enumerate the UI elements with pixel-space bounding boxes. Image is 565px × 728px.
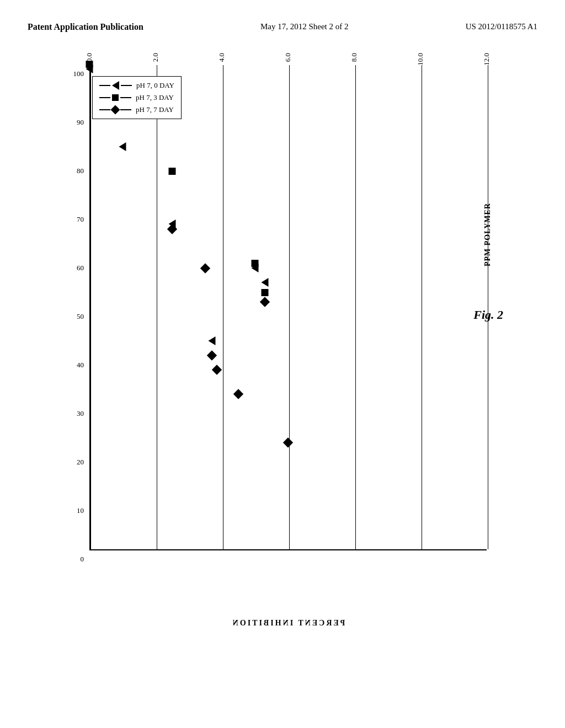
y-tick-label: 20 [45, 458, 84, 467]
diamond-data-point [283, 438, 293, 448]
data-point [209, 351, 216, 361]
triangle-data-point [209, 336, 216, 345]
legend-line [121, 85, 132, 86]
data-point [252, 259, 259, 269]
square-data-point [86, 61, 93, 68]
legend-sym-triangle [99, 81, 132, 90]
triangle-data-point [119, 142, 126, 151]
legend-line [99, 109, 110, 110]
y-tick-label: 40 [45, 361, 84, 370]
legend: pH 7, 0 DAY pH 7, 3 DAY pH 7, 7 DAY [92, 76, 182, 119]
header-left: Patent Application Publication [28, 22, 143, 32]
data-point [119, 142, 126, 153]
data-point [235, 390, 242, 400]
data-point [209, 336, 216, 347]
diamond-data-point [233, 389, 243, 399]
y-tick-label: 10 [45, 506, 84, 515]
square-data-point [169, 168, 176, 175]
y-tick-label: 50 [45, 312, 84, 321]
data-point [262, 298, 269, 308]
figure-label: Fig. 2 [473, 308, 503, 322]
y-tick-label: 70 [45, 215, 84, 224]
x-gridline [488, 65, 488, 549]
x-gridline [422, 65, 422, 549]
legend-label-triangle: pH 7, 0 DAY [136, 81, 174, 90]
header-center: May 17, 2012 Sheet 2 of 2 [260, 22, 349, 31]
x-gridline [157, 65, 157, 549]
x-gridline [90, 65, 91, 549]
triangle-icon [112, 81, 119, 90]
legend-label-diamond: pH 7, 7 DAY [136, 105, 174, 114]
diamond-data-point [212, 365, 222, 375]
legend-line [120, 97, 131, 98]
square-icon [112, 94, 119, 101]
header-right: US 2012/0118575 A1 [466, 22, 537, 31]
chart-area: PPM POLYMER [89, 65, 487, 550]
y-tick-label: 0 [45, 555, 84, 564]
x-tick-label: 2.0 [151, 53, 160, 62]
x-gridline [355, 65, 356, 549]
triangle-data-point [262, 278, 269, 287]
page: Patent Application Publication May 17, 2… [0, 0, 565, 728]
y-tick-label: 100 [45, 69, 84, 78]
x-tick-label: 10.0 [416, 53, 425, 66]
legend-sym-diamond [99, 106, 131, 113]
chart-container: PPM POLYMER 0102030405060708090100 0.02.… [45, 49, 520, 644]
x-gridline [289, 65, 290, 549]
x-tick-label: 12.0 [482, 53, 491, 66]
data-point [202, 264, 209, 274]
data-point [262, 278, 269, 289]
y-tick-label: 90 [45, 118, 84, 127]
diamond-data-point [167, 224, 177, 234]
y-axis-bottom-label: PERCENT INHIBITION [89, 619, 487, 628]
legend-label-square: pH 7, 3 DAY [136, 93, 174, 102]
data-point [214, 366, 221, 376]
legend-line [120, 109, 131, 110]
diamond-data-point [260, 297, 270, 307]
legend-line [99, 85, 110, 86]
square-data-point [252, 260, 259, 267]
diamond-icon [111, 105, 120, 115]
square-data-point [262, 289, 269, 296]
page-header: Patent Application Publication May 17, 2… [28, 22, 537, 32]
y-tick-label: 30 [45, 409, 84, 418]
data-point [169, 167, 176, 177]
data-point [86, 60, 93, 70]
x-gridline [223, 65, 223, 549]
diamond-data-point [200, 263, 210, 273]
data-point [285, 438, 292, 448]
x-tick-label: 4.0 [217, 53, 226, 62]
y-tick-label: 80 [45, 167, 84, 175]
x-tick-label: 8.0 [350, 53, 359, 62]
legend-item-square: pH 7, 3 DAY [99, 93, 174, 102]
legend-item-diamond: pH 7, 7 DAY [99, 105, 174, 114]
x-tick-label: 6.0 [284, 53, 292, 62]
data-point [169, 225, 176, 235]
legend-line [99, 97, 110, 98]
legend-sym-square [99, 94, 131, 101]
legend-item-triangle: pH 7, 0 DAY [99, 81, 174, 90]
y-tick-label: 60 [45, 264, 84, 272]
diamond-data-point [207, 350, 217, 360]
